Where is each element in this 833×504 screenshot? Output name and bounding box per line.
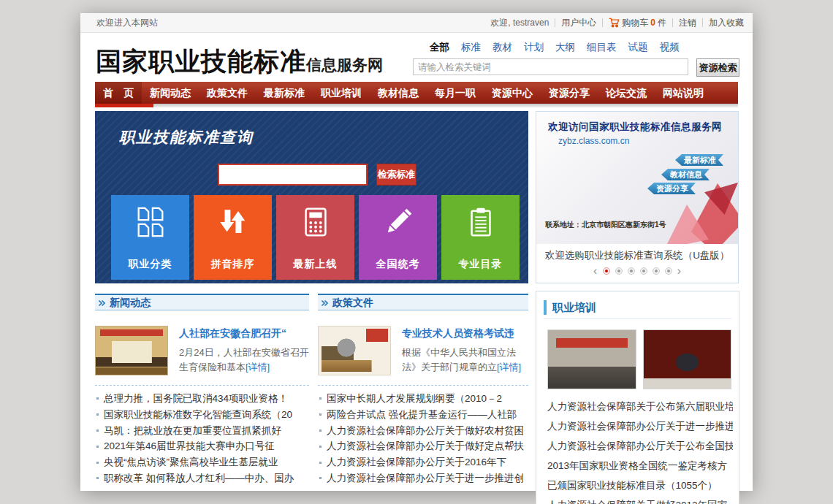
- resource-search-input[interactable]: [413, 58, 688, 75]
- search-tab-textbook[interactable]: 教材: [492, 41, 512, 54]
- policy-list-item[interactable]: 人力资源社会保障部办公厅关于做好定点帮扶: [318, 438, 528, 454]
- training-list-item[interactable]: 人力资源社会保障部关于做好2013年国家: [547, 495, 733, 504]
- promo-carousel: ‹ ›: [536, 267, 738, 275]
- top-bar: 欢迎进入本网站 欢迎, testraven 用户中心 购物车 0 件 注销 加入…: [80, 13, 753, 33]
- standard-search-input[interactable]: [218, 164, 368, 186]
- policy-list-item[interactable]: 人力资源社会保障部办公厅关于做好农村贫困: [318, 423, 528, 439]
- nav-item-policy[interactable]: 政策文件: [199, 82, 256, 104]
- training-section-header: 职业培训: [544, 297, 731, 319]
- ribbon-textbook-info[interactable]: 教材信息: [661, 169, 710, 180]
- tile-occupation-category[interactable]: 职业分类: [111, 195, 189, 280]
- policy-section: 政策文件 专业技术人员资格考试违 根据《中华人民共和国立法法》关于部门规章的立[…: [318, 294, 528, 486]
- cart-link[interactable]: 购物车 0 件: [609, 17, 666, 29]
- policy-list-item[interactable]: 人力资源社会保障部办公厅关于2016年下: [318, 454, 528, 470]
- news-featured-item[interactable]: 人社部在安徽合肥召开“ 2月24日，人社部在安徽省召开生育保险和基本[详情]: [95, 326, 309, 375]
- contact-address: 联系地址：北京市朝阳区惠新东街1号: [545, 220, 669, 230]
- nav-item-resource-share[interactable]: 资源分享: [541, 82, 598, 104]
- training-photo-2[interactable]: [643, 329, 732, 389]
- nav-item-site-help[interactable]: 网站说明: [655, 82, 712, 104]
- tile-newly-online[interactable]: 最新上线: [276, 195, 354, 280]
- policy-list-item[interactable]: 国家中长期人才发展规划纲要（2010－2: [318, 391, 528, 407]
- nav-item-forum[interactable]: 论坛交流: [598, 82, 655, 104]
- ribbon-latest-standard[interactable]: 最新标准: [675, 154, 723, 166]
- carousel-dot-5[interactable]: [653, 267, 660, 275]
- policy-featured-item[interactable]: 专业技术人员资格考试违 根据《中华人民共和国立法法》关于部门规章的立[详情]: [318, 326, 528, 375]
- tile-pinyin-sort[interactable]: 拼音排序: [194, 195, 272, 280]
- news-list-item[interactable]: 职称改革 如何释放人才红利——中办、国办: [95, 470, 309, 486]
- separator: [602, 18, 603, 27]
- carousel-next-icon[interactable]: ›: [677, 267, 682, 275]
- promo-url: zybz.class.com.cn: [558, 136, 629, 146]
- news-section-header: 新闻动态: [95, 294, 309, 310]
- nav-item-training[interactable]: 职业培训: [313, 82, 370, 104]
- training-list-item[interactable]: 人力资源社会保障部关于公布第六届职业培训: [547, 397, 733, 416]
- carousel-dot-6[interactable]: [665, 267, 672, 275]
- news-list-item[interactable]: 国家职业技能标准数字化智能查询系统（20: [95, 407, 309, 423]
- carousel-dot-4[interactable]: [640, 267, 647, 275]
- resource-search-area: 全部 标准 教材 计划 大纲 细目表 试题 视频 资源检索: [413, 39, 740, 77]
- logout-link[interactable]: 注销: [679, 17, 696, 29]
- news-featured-title: 人社部在安徽合肥召开“: [179, 327, 309, 340]
- search-tab-standard[interactable]: 标准: [461, 41, 481, 54]
- carousel-prev-icon[interactable]: ‹: [593, 267, 598, 275]
- search-tab-detail-table[interactable]: 细目表: [587, 41, 617, 54]
- site-logo[interactable]: 国家职业技能标准信息服务网: [96, 45, 383, 79]
- search-tab-video[interactable]: 视频: [660, 41, 680, 54]
- training-list-item[interactable]: 2013年国家职业资格全国统一鉴定考核方: [547, 456, 733, 476]
- news-list-item[interactable]: 总理力推，国务院已取消434项职业资格！: [95, 391, 309, 407]
- hero-title: 职业技能标准查询: [119, 127, 254, 148]
- separator: [702, 18, 703, 27]
- section-title: 政策文件: [332, 295, 373, 310]
- policy-featured-photo: [318, 326, 391, 375]
- news-featured-photo: [95, 326, 168, 375]
- ribbon-resource-share[interactable]: 资源分享: [647, 183, 696, 194]
- main-nav: 首 页 新闻动态 政策文件 最新标准 职业培训 教材信息 每月一职 资源中心 资…: [95, 82, 738, 104]
- tile-label: 拼音排序: [194, 258, 272, 271]
- user-center-link[interactable]: 用户中心: [561, 17, 596, 29]
- cart-unit: 件: [658, 17, 666, 29]
- news-featured-body: 人社部在安徽合肥召开“ 2月24日，人社部在安徽省召开生育保险和基本[详情]: [179, 326, 309, 375]
- training-photo-1[interactable]: [547, 329, 636, 389]
- policy-more-link[interactable]: [详情]: [497, 362, 521, 373]
- news-list-item[interactable]: 央视“焦点访谈”聚焦高校毕业生基层就业: [95, 454, 309, 470]
- policy-section-header: 政策文件: [318, 294, 528, 310]
- news-more-link[interactable]: [详情]: [246, 362, 270, 373]
- training-list-item[interactable]: 已颁国家职业技能标准目录（1055个）: [547, 476, 733, 495]
- carousel-dot-3[interactable]: [628, 267, 635, 275]
- nav-item-textbook-info[interactable]: 教材信息: [370, 82, 427, 104]
- resource-search-button[interactable]: 资源检索: [696, 58, 739, 77]
- tile-label: 全国统考: [359, 258, 437, 271]
- nav-item-news[interactable]: 新闻动态: [142, 82, 199, 104]
- search-tab-outline[interactable]: 大纲: [555, 41, 575, 54]
- nav-item-resource-center[interactable]: 资源中心: [484, 82, 541, 104]
- dashed-divider: [95, 385, 309, 386]
- nav-underline-strip: [95, 104, 738, 107]
- standard-search-button[interactable]: 检索标准: [376, 164, 417, 186]
- page: 欢迎进入本网站 欢迎, testraven 用户中心 购物车 0 件 注销 加入…: [80, 13, 753, 491]
- nav-item-latest-standards[interactable]: 最新标准: [256, 82, 313, 104]
- search-tab-questions[interactable]: 试题: [628, 41, 648, 54]
- training-list-item[interactable]: 人力资源社会保障部办公厅关于公布全国技工: [547, 436, 733, 456]
- policy-featured-desc: 根据《中华人民共和国立法法》关于部门规章的立[详情]: [402, 345, 528, 375]
- promo-title: 欢迎访问国家职业技能标准信息服务网: [536, 121, 734, 134]
- header-accent-bar: [544, 300, 547, 315]
- chevrons-icon: [98, 295, 105, 310]
- add-favorite-link[interactable]: 加入收藏: [709, 17, 744, 29]
- nav-item-home[interactable]: 首 页: [95, 82, 142, 104]
- carousel-dot-1[interactable]: [603, 267, 610, 275]
- search-tab-plan[interactable]: 计划: [524, 41, 544, 54]
- policy-list-item[interactable]: 人力资源社会保障部办公厅关于进一步推进创: [318, 470, 528, 486]
- site-subtitle: 信息服务网: [306, 56, 383, 73]
- carousel-dot-2[interactable]: [615, 267, 623, 275]
- training-section: 职业培训 人力资源社会保障部关于公布第六届职业培训 人力资源社会保障部办公厅关于…: [536, 291, 739, 504]
- search-tab-all[interactable]: 全部: [430, 41, 449, 54]
- news-list-item[interactable]: 马凯：把就业放在更加重要位置抓紧抓好: [95, 423, 309, 439]
- policy-list-item[interactable]: 两险合并试点 强化提升基金运行——人社部: [318, 407, 528, 423]
- tile-major-catalog[interactable]: 专业目录: [441, 195, 520, 280]
- pencil-icon: [381, 205, 415, 242]
- nav-item-monthly-job[interactable]: 每月一职: [427, 82, 484, 104]
- training-list-item[interactable]: 人力资源社会保障部办公厅关于进一步推进创: [547, 416, 733, 436]
- tile-national-exam[interactable]: 全国统考: [359, 195, 437, 280]
- promo-banner[interactable]: 欢迎访问国家职业技能标准信息服务网 zybz.class.com.cn 最新标准…: [536, 112, 738, 244]
- news-list-item[interactable]: 2021年第46届世界技能大赛申办口号征: [95, 438, 309, 454]
